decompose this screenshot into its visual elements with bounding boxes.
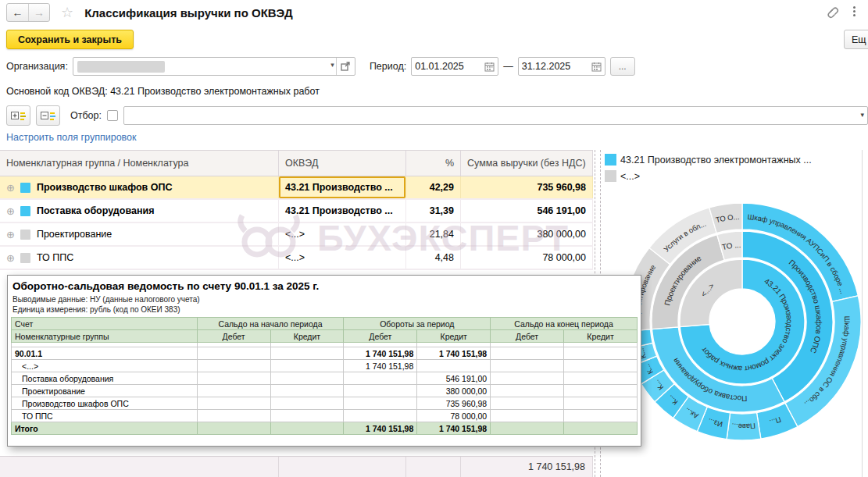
okved-cell[interactable]: <...> [279, 247, 406, 269]
osv-cell-value[interactable] [564, 385, 638, 397]
setup-group-fields-link[interactable]: Настроить поля группировок [6, 132, 137, 143]
osv-row[interactable]: ТО ППС78 000,00 [12, 410, 638, 422]
organization-open-icon[interactable] [336, 58, 355, 75]
osv-row-name[interactable]: Итого [12, 422, 198, 435]
table-row[interactable]: ⊕Проектирование<...>21,84380 000,00 [0, 223, 593, 247]
osv-cell-value[interactable] [270, 422, 344, 435]
osv-cell-value[interactable] [197, 422, 270, 435]
osv-cell-value[interactable] [417, 360, 491, 372]
osv-cell-value[interactable] [270, 385, 344, 397]
osv-cell-value[interactable] [344, 397, 417, 410]
osv-cell-value[interactable] [197, 360, 270, 372]
osv-cell-value[interactable] [197, 397, 270, 410]
osv-cell-value[interactable] [270, 397, 344, 410]
okved-cell[interactable]: 43.21 Производство ... [279, 200, 406, 222]
osv-cell-value[interactable]: 1 740 151,98 [344, 360, 417, 372]
osv-cell-value[interactable] [197, 372, 270, 385]
filter-input[interactable]: ▾ [123, 106, 868, 125]
osv-cell-value[interactable] [564, 422, 638, 435]
osv-row[interactable]: <...>1 740 151,98 [12, 360, 638, 372]
forward-button[interactable]: → [28, 4, 49, 21]
more-menu-icon[interactable] [852, 5, 857, 18]
save-close-button[interactable]: Сохранить и закрыть [6, 30, 134, 49]
osv-cell-value[interactable] [564, 397, 638, 410]
filter-checkbox[interactable] [107, 110, 118, 121]
osv-row[interactable]: 90.01.11 740 151,981 740 151,98 [12, 347, 638, 360]
more-actions-button[interactable]: Ещ [844, 30, 868, 49]
osv-row-name[interactable]: Поставка оборудования [12, 372, 198, 385]
chart-segment-label: Паве... [731, 422, 755, 432]
calendar-icon[interactable] [484, 62, 495, 72]
date-to-input[interactable]: 31.12.2025 [518, 57, 605, 76]
okved-cell[interactable]: 43.21 Производство ... [279, 176, 406, 198]
osv-cell-value[interactable]: 1 740 151,98 [417, 422, 491, 435]
osv-cell-value[interactable] [564, 372, 638, 385]
okved-value: 43.21 Производство ... [285, 205, 393, 216]
osv-cell-value[interactable] [564, 410, 638, 422]
osv-cell-value[interactable] [491, 360, 564, 372]
osv-cell-value[interactable] [491, 347, 564, 360]
organization-input[interactable]: ▾ [73, 57, 355, 76]
organization-dropdown-icon[interactable]: ▾ [330, 61, 334, 69]
osv-cell-value[interactable] [491, 422, 564, 435]
osv-row-name[interactable]: Проектирование [12, 385, 198, 397]
osv-cell-value[interactable] [197, 385, 270, 397]
osv-row-name[interactable]: ТО ППС [12, 410, 198, 422]
calendar-icon[interactable] [591, 62, 602, 72]
col-header-okved[interactable]: ОКВЭД [279, 151, 406, 176]
osv-cell-value[interactable] [344, 372, 417, 385]
date-from-input[interactable]: 01.01.2025 [411, 57, 498, 76]
osv-cell-value[interactable] [491, 372, 564, 385]
osv-row-name[interactable]: Производство шкафов ОПС [12, 397, 198, 410]
back-button[interactable]: ← [7, 4, 28, 21]
osv-row[interactable]: Поставка оборудования546 191,00 [12, 372, 638, 385]
osv-cell-value[interactable] [491, 410, 564, 422]
osv-row-name[interactable]: <...> [12, 360, 198, 372]
osv-cell-value[interactable]: 1 740 151,98 [417, 347, 491, 360]
expand-icon[interactable]: ⊕ [6, 229, 15, 240]
expand-icon[interactable]: ⊕ [6, 182, 15, 194]
osv-cell-value[interactable] [270, 410, 344, 422]
osv-cell-value[interactable]: 735 960,98 [417, 397, 491, 410]
col-header-sum[interactable]: Сумма выручки (без НДС) [461, 151, 593, 176]
osv-cell-value[interactable] [270, 372, 344, 385]
osv-cell-value[interactable] [197, 347, 270, 360]
expand-icon[interactable]: ⊕ [6, 205, 15, 217]
date-to-value: 31.12.2025 [522, 61, 571, 72]
period-options-button[interactable]: ... [610, 57, 635, 76]
osv-cell-value[interactable]: 78 000,00 [417, 410, 491, 422]
favorite-star-icon[interactable]: ☆ [61, 5, 73, 20]
osv-cell-value[interactable]: 1 740 151,98 [344, 422, 417, 435]
osv-cell-value[interactable] [270, 347, 344, 360]
osv-cell-value[interactable]: 380 000,00 [417, 385, 491, 397]
revenue-table-footer: 1 740 151,98 [0, 456, 593, 477]
okved-cell[interactable]: <...> [279, 223, 406, 245]
osv-cell-value[interactable] [270, 360, 344, 372]
col-header-group[interactable]: Номенклатурная группа / Номенклатура [0, 151, 279, 176]
table-row[interactable]: ⊕Поставка оборудования43.21 Производство… [0, 200, 593, 223]
osv-header-debit: Дебет [491, 330, 564, 343]
filter-dropdown-icon[interactable]: ▾ [860, 111, 864, 119]
osv-cell-value[interactable] [564, 347, 638, 360]
osv-report-window[interactable]: Оборотно-сальдовая ведомость по счету 90… [7, 275, 641, 447]
table-row[interactable]: ⊕ТО ППС<...>4,4878 000,00 [0, 247, 593, 270]
osv-cell-value[interactable] [197, 410, 270, 422]
osv-cell-value[interactable]: 546 191,00 [417, 372, 491, 385]
table-row[interactable]: ⊕Производство шкафов ОПС43.21 Производст… [0, 176, 593, 200]
osv-cell-value[interactable] [491, 385, 564, 397]
osv-cell-value[interactable] [491, 397, 564, 410]
osv-cell-value[interactable]: 1 740 151,98 [344, 347, 417, 360]
osv-row-name[interactable]: 90.01.1 [12, 347, 198, 360]
osv-cell-value[interactable] [344, 385, 417, 397]
expand-icon[interactable]: ⊕ [6, 252, 15, 264]
osv-cell-value[interactable] [344, 410, 417, 422]
osv-row[interactable]: Производство шкафов ОПС735 960,98 [12, 397, 638, 410]
collapse-groups-button[interactable] [36, 105, 60, 126]
expand-groups-button[interactable] [6, 105, 30, 126]
osv-row[interactable]: Проектирование380 000,00 [12, 385, 638, 397]
percent-value: 31,39 [430, 205, 454, 216]
link-icon[interactable] [823, 3, 839, 19]
osv-row[interactable]: Итого1 740 151,981 740 151,98 [12, 422, 638, 435]
osv-cell-value[interactable] [564, 360, 638, 372]
col-header-percent[interactable]: % [406, 151, 461, 176]
